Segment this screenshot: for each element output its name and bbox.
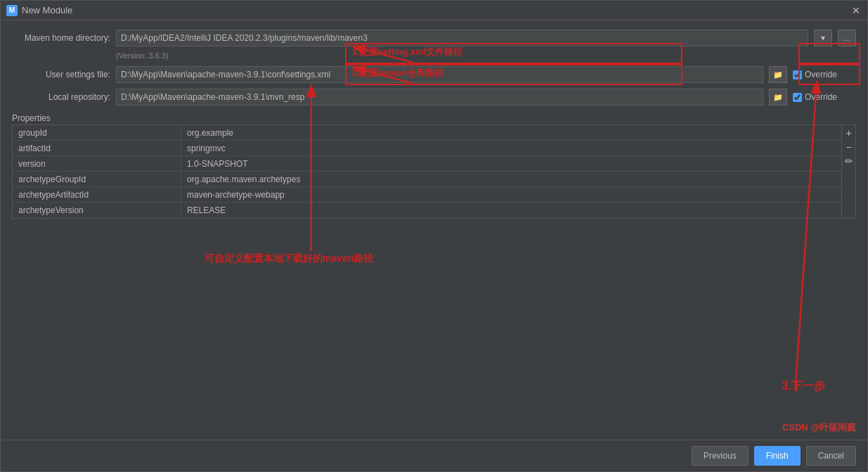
spacer — [12, 223, 856, 434]
override-2-checkbox[interactable] — [793, 93, 802, 102]
table-row[interactable]: archetypeVersion RELEASE — [13, 203, 841, 218]
prop-key: artifactId — [13, 141, 181, 155]
table-row[interactable]: archetypeArtifactId maven-archetype-weba… — [13, 187, 841, 203]
prop-value: org.example — [181, 126, 841, 140]
edit-property-button[interactable]: ✏ — [843, 155, 855, 167]
add-property-button[interactable]: + — [843, 127, 855, 139]
title-bar-left: M New Module — [6, 5, 72, 16]
prop-value: maven-archetype-webapp — [181, 188, 841, 202]
override-1-label: Override — [805, 70, 837, 79]
maven-version-text: (Version: 3.6.3) — [116, 51, 169, 60]
local-repo-browse[interactable]: 📁 — [769, 89, 787, 106]
maven-home-row: Maven home directory: ▾ … — [12, 29, 856, 47]
user-settings-row: User settings file: 📁 Override — [12, 65, 856, 84]
table-row[interactable]: archetypeGroupId org.apache.maven.archet… — [13, 172, 841, 187]
maven-home-browse[interactable]: … — [838, 30, 856, 46]
properties-section: Properties groupId org.example artifactI… — [12, 113, 856, 219]
properties-main: groupId org.example artifactId springmvc… — [13, 125, 841, 218]
finish-button[interactable]: Finish — [754, 446, 801, 466]
properties-table: groupId org.example artifactId springmvc… — [12, 125, 856, 219]
prop-value: 1.0-SNAPSHOT — [181, 157, 841, 171]
dialog-content: Maven home directory: ▾ … (Version: 3.6.… — [1, 20, 867, 440]
prop-value: springmvc — [181, 141, 841, 155]
previous-button[interactable]: Previous — [692, 446, 749, 466]
prop-key: archetypeGroupId — [13, 172, 181, 186]
override-2-container: Override — [793, 92, 856, 102]
user-settings-browse[interactable]: 📁 — [769, 66, 787, 83]
properties-actions: + − ✏ — [841, 125, 855, 218]
table-row[interactable]: groupId org.example — [13, 125, 841, 141]
maven-home-label: Maven home directory: — [12, 33, 110, 43]
local-repo-input[interactable] — [116, 89, 763, 106]
maven-home-dropdown[interactable]: ▾ — [814, 30, 832, 46]
table-row[interactable]: artifactId springmvc — [13, 141, 841, 156]
prop-key: groupId — [13, 126, 181, 140]
module-icon: M — [6, 5, 18, 16]
window-title: New Module — [22, 5, 72, 15]
close-button[interactable]: ✕ — [850, 5, 862, 16]
prop-key: archetypeVersion — [13, 203, 181, 217]
override-1-checkbox[interactable] — [793, 70, 802, 79]
cancel-button[interactable]: Cancel — [806, 446, 856, 466]
prop-value: RELEASE — [181, 203, 841, 217]
version-row: (Version: 3.6.3) — [12, 50, 856, 61]
table-row[interactable]: version 1.0-SNAPSHOT — [13, 156, 841, 172]
title-bar: M New Module ✕ — [1, 1, 867, 20]
prop-value: org.apache.maven.archetypes — [181, 172, 841, 186]
override-1-container: Override — [793, 70, 856, 79]
main-window: M New Module ✕ Maven home directory: ▾ …… — [0, 0, 868, 472]
bottom-bar: Previous Finish Cancel — [1, 440, 867, 471]
watermark: CSDN @叶落闲庭 — [782, 421, 856, 434]
prop-key: archetypeArtifactId — [13, 188, 181, 202]
maven-home-input[interactable] — [116, 30, 808, 46]
local-repo-label: Local repository: — [12, 92, 110, 102]
override-2-label: Override — [805, 92, 837, 102]
remove-property-button[interactable]: − — [843, 141, 855, 153]
properties-label: Properties — [12, 113, 856, 123]
local-repo-row: Local repository: 📁 Override — [12, 88, 856, 106]
user-settings-input[interactable] — [116, 66, 763, 83]
prop-key: version — [13, 157, 181, 171]
user-settings-label: User settings file: — [12, 70, 110, 79]
